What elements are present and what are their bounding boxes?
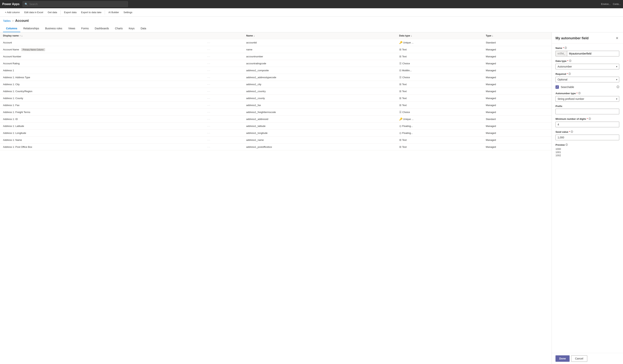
data-type-select[interactable]: Autonumber xyxy=(556,64,619,69)
cell-dots[interactable]: ··· xyxy=(204,53,243,60)
autonumber-type-select[interactable]: String prefixed number xyxy=(556,96,619,102)
th-name[interactable]: Name ↓ xyxy=(243,32,396,39)
prefix-input[interactable] xyxy=(556,109,619,114)
get-data-button[interactable]: Get data xyxy=(46,10,59,15)
min-digits-input[interactable] xyxy=(556,122,619,127)
right-panel: My autonumber field ✕ Name * ⓘ cr25d_ Da xyxy=(552,32,623,364)
cell-name: address1_postofficebox xyxy=(243,144,396,150)
datatype-icon-text: ⊞ xyxy=(399,83,401,86)
cell-name: accountratingcode xyxy=(243,60,396,67)
table-row: Address 1 ··· address1_composite ⊟Multil… xyxy=(0,67,552,74)
cell-name: address1_freighttermscode xyxy=(243,109,396,116)
cell-display-name: Address 1: Freight Terms xyxy=(0,109,204,116)
cell-dots[interactable]: ··· xyxy=(204,60,243,67)
cell-dots[interactable]: ··· xyxy=(204,46,243,53)
cell-display-name: Address 1: Name xyxy=(0,136,204,144)
required-select[interactable]: Optional xyxy=(556,77,619,82)
cell-data-type: ⊟Multilin... xyxy=(396,67,483,74)
done-button[interactable]: Done xyxy=(556,355,570,362)
add-column-button[interactable]: + Add column xyxy=(3,10,22,15)
export-datalake-button[interactable]: Export to data lake xyxy=(79,10,103,15)
cell-data-type: 🔑Unique ... xyxy=(396,39,483,46)
data-type-info-icon[interactable]: ⓘ xyxy=(569,59,571,63)
cell-display-name: Address 1: City xyxy=(0,81,204,88)
nav-tab-views[interactable]: Views xyxy=(65,25,78,32)
cell-name: address1_addresstypecode xyxy=(243,74,396,81)
seed-value-input[interactable] xyxy=(556,135,619,140)
th-display-name[interactable]: Display name ↑ ↓ xyxy=(0,32,204,39)
th-data-type[interactable]: Data type ↓ xyxy=(396,32,483,39)
table-row: Account ··· accountid 🔑Unique ... Standa… xyxy=(0,39,552,46)
min-digits-info-icon[interactable]: ⓘ xyxy=(589,117,591,121)
cell-data-type: ⊞Text xyxy=(396,46,483,53)
nav-tab-business-rules[interactable]: Business rules xyxy=(42,25,65,32)
nav-tab-columns[interactable]: Columns xyxy=(3,25,20,32)
preview-field-group: Preview ⓘ 100010011002 xyxy=(556,143,619,157)
cell-dots[interactable]: ··· xyxy=(204,102,243,109)
cell-dots[interactable]: ··· xyxy=(204,95,243,102)
brand-logo: Power Apps xyxy=(2,2,20,6)
cell-dots[interactable]: ··· xyxy=(204,123,243,129)
name-info-icon[interactable]: ⓘ xyxy=(564,46,567,50)
searchable-info-icon[interactable]: ⓘ xyxy=(617,85,619,89)
table-row: Address 1: Longitude ··· address1_longit… xyxy=(0,129,552,136)
cell-name: address1_city xyxy=(243,81,396,88)
settings-button[interactable]: Settings xyxy=(122,10,134,15)
export-data-button[interactable]: Export data xyxy=(62,10,78,15)
search-input[interactable] xyxy=(29,3,126,6)
seed-value-required: * xyxy=(569,130,570,133)
cell-display-name: Account xyxy=(0,39,204,46)
cell-dots[interactable]: ··· xyxy=(204,144,243,150)
th-type[interactable]: Type ↓ xyxy=(483,32,552,39)
cell-type: Managed xyxy=(483,53,552,60)
cancel-button[interactable]: Cancel xyxy=(571,355,587,362)
panel-close-button[interactable]: ✕ xyxy=(615,35,619,41)
cell-display-name: Address 1: County xyxy=(0,95,204,102)
table-row: Address 1: Address Type ··· address1_add… xyxy=(0,74,552,81)
toolbar: + Add column Edit data in Excel Get data… xyxy=(0,8,623,17)
searchable-checkbox[interactable] xyxy=(556,85,559,89)
nav-tab-relationships[interactable]: Relationships xyxy=(20,25,42,32)
breadcrumb-tables[interactable]: Tables xyxy=(3,19,11,22)
name-prefix: cr25d_ xyxy=(556,51,567,56)
autonumber-type-info-icon[interactable]: ⓘ xyxy=(578,92,580,95)
cell-display-name: Account Number xyxy=(0,53,204,60)
cell-dots[interactable]: ··· xyxy=(204,74,243,81)
prefix-label: Prefix xyxy=(556,105,619,107)
seed-value-info-icon[interactable]: ⓘ xyxy=(571,130,573,133)
cell-dots[interactable]: ··· xyxy=(204,109,243,116)
cell-dots[interactable]: ··· xyxy=(204,129,243,136)
preview-info-icon[interactable]: ⓘ xyxy=(565,143,568,147)
required-info-icon[interactable]: ⓘ xyxy=(568,72,571,76)
nav-tab-data[interactable]: Data xyxy=(138,25,149,32)
autonumber-type-label: Autonumber type * ⓘ xyxy=(556,92,619,95)
nav-tab-forms[interactable]: Forms xyxy=(78,25,92,32)
cell-dots[interactable]: ··· xyxy=(204,88,243,95)
cell-data-type: ⊞Text xyxy=(396,102,483,109)
cell-dots[interactable]: ··· xyxy=(204,67,243,74)
cell-type: Managed xyxy=(483,74,552,81)
edit-excel-button[interactable]: Edit data in Excel xyxy=(22,10,45,15)
datatype-icon-choice: ☰ xyxy=(399,62,402,65)
cell-data-type: ⊞Text xyxy=(396,136,483,144)
cell-display-name: Address 1: Address Type xyxy=(0,74,204,81)
breadcrumb: Tables > Account xyxy=(3,19,620,23)
nav-tab-keys[interactable]: Keys xyxy=(126,25,138,32)
nav-tab-dashboards[interactable]: Dashboards xyxy=(92,25,112,32)
name-input[interactable] xyxy=(567,51,619,56)
search-box[interactable]: 🔍 xyxy=(22,1,128,7)
preview-value: 1002 xyxy=(556,154,619,157)
columns-table: Display name ↑ ↓ Name ↓ Data type ↓ Type… xyxy=(0,32,552,150)
cell-type: Managed xyxy=(483,60,552,67)
cell-type: Managed xyxy=(483,109,552,116)
ai-builder-button[interactable]: AI Builder xyxy=(107,10,121,15)
cell-dots[interactable]: ··· xyxy=(204,39,243,46)
cell-dots[interactable]: ··· xyxy=(204,136,243,144)
cell-dots[interactable]: ··· xyxy=(204,116,243,123)
breadcrumb-area: Tables > Account xyxy=(0,17,623,25)
cell-name: address1_name xyxy=(243,136,396,144)
nav-tab-charts[interactable]: Charts xyxy=(112,25,126,32)
search-icon: 🔍 xyxy=(25,3,28,6)
datatype-icon-text: ⊞ xyxy=(399,138,401,141)
cell-dots[interactable]: ··· xyxy=(204,81,243,88)
